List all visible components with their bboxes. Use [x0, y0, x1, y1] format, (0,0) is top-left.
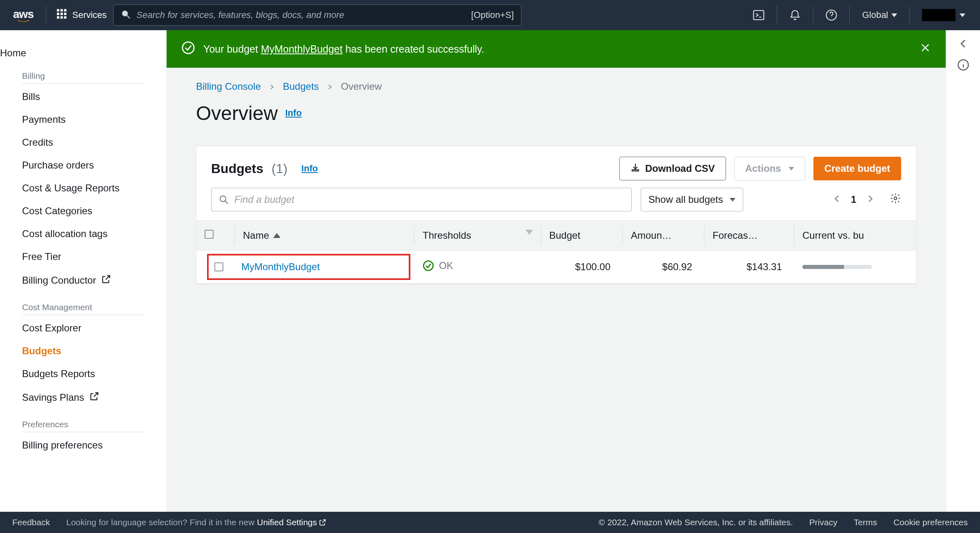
account-menu[interactable] [918, 9, 969, 21]
chevron-down-icon [730, 198, 735, 202]
download-csv-button[interactable]: Download CSV [619, 157, 726, 180]
chevron-right-icon [327, 81, 333, 92]
sidebar-item-payments[interactable]: Payments [22, 108, 144, 131]
select-all-checkbox[interactable] [205, 230, 214, 239]
sidebar-item-budgets[interactable]: Budgets [22, 340, 144, 362]
find-budget-input-wrap[interactable] [211, 188, 632, 211]
services-menu[interactable]: Services [56, 8, 107, 22]
success-check-icon [181, 41, 195, 57]
sidebar-item-cost-usage-reports[interactable]: Cost & Usage Reports [22, 177, 144, 200]
svg-rect-3 [57, 13, 59, 15]
unified-settings-link[interactable]: Unified Settings [257, 517, 327, 527]
main-content: Your budget MyMonthlyBudget has been cre… [167, 30, 946, 512]
next-page-button[interactable] [866, 194, 874, 205]
svg-point-15 [183, 42, 194, 53]
feedback-link[interactable]: Feedback [12, 517, 50, 527]
budget-name-link[interactable]: MyMonthlyBudget [241, 261, 320, 273]
col-thresholds[interactable]: Thresholds [414, 221, 541, 251]
banner-text: Your budget MyMonthlyBudget has been cre… [203, 43, 484, 55]
sidebar-item-bills[interactable]: Bills [22, 85, 144, 108]
help-icon[interactable] [822, 5, 841, 25]
notifications-icon[interactable] [785, 5, 805, 25]
footer-terms[interactable]: Terms [854, 517, 877, 527]
page-title: Overview [196, 102, 278, 124]
footer-copyright: © 2022, Amazon Web Services, Inc. or its… [599, 517, 793, 527]
banner-budget-link[interactable]: MyMonthlyBudget [261, 43, 343, 55]
cell-forecast: $143.31 [704, 251, 794, 284]
svg-point-19 [220, 196, 226, 202]
sidebar-item-cost-categories[interactable]: Cost Categories [22, 200, 144, 222]
pagination: 1 [833, 193, 901, 207]
footer: Feedback Looking for language selection?… [0, 512, 980, 533]
progress-bar [802, 265, 872, 269]
filter-select[interactable]: Show all budgets [641, 188, 743, 211]
global-search[interactable]: [Option+S] [113, 4, 521, 26]
create-budget-button[interactable]: Create budget [813, 157, 901, 180]
sidebar-item-purchase-orders[interactable]: Purchase orders [22, 154, 144, 177]
cell-progress [794, 251, 916, 284]
svg-rect-6 [57, 16, 59, 19]
sidebar-group-billing: Billing [22, 64, 144, 84]
svg-rect-8 [64, 16, 67, 19]
threshold-status: OK [423, 260, 453, 271]
page-number: 1 [851, 194, 856, 205]
chevron-down-icon [891, 13, 897, 17]
top-nav: aws Services [Option+S] Global [0, 0, 980, 30]
svg-line-10 [127, 16, 130, 18]
col-forecast[interactable]: Forecas… [704, 221, 794, 251]
sidebar-item-credits[interactable]: Credits [22, 131, 144, 154]
sidebar: Home Billing Bills Payments Credits Purc… [0, 30, 167, 512]
sidebar-item-billing-preferences[interactable]: Billing preferences [22, 434, 144, 457]
help-rail [946, 30, 980, 512]
breadcrumb-current: Overview [341, 81, 382, 92]
actions-button[interactable]: Actions [734, 157, 805, 180]
sort-asc-icon [273, 233, 281, 238]
footer-privacy[interactable]: Privacy [809, 517, 837, 527]
cell-budget: $100.00 [541, 251, 623, 284]
services-label: Services [72, 10, 107, 20]
chevron-down-icon [788, 167, 794, 171]
svg-point-21 [894, 197, 897, 200]
card-info-link[interactable]: Info [301, 163, 318, 174]
cloudshell-icon[interactable] [749, 5, 768, 25]
find-budget-input[interactable] [234, 194, 624, 205]
breadcrumb-budgets[interactable]: Budgets [283, 81, 319, 92]
prev-page-button[interactable] [833, 194, 841, 205]
sidebar-item-free-tier[interactable]: Free Tier [22, 245, 144, 268]
search-icon [121, 9, 131, 21]
col-current[interactable]: Current vs. bu [794, 221, 916, 251]
search-input[interactable] [136, 10, 465, 20]
sidebar-item-cost-explorer[interactable]: Cost Explorer [22, 317, 144, 340]
table-settings-button[interactable] [890, 193, 901, 207]
breadcrumb-root[interactable]: Billing Console [196, 81, 261, 92]
svg-rect-7 [60, 16, 63, 19]
banner-close-button[interactable] [920, 42, 931, 56]
sidebar-item-home[interactable]: Home [0, 42, 166, 64]
sidebar-item-budgets-reports[interactable]: Budgets Reports [22, 362, 144, 385]
footer-cookies[interactable]: Cookie preferences [893, 517, 968, 527]
page-info-link[interactable]: Info [285, 108, 302, 118]
external-link-icon [89, 391, 100, 404]
svg-line-20 [225, 201, 228, 204]
svg-rect-5 [64, 13, 67, 15]
table-row: MyMonthlyBudget OK $100.00 [196, 251, 916, 284]
aws-logo[interactable]: aws [11, 8, 36, 22]
collapse-help-button[interactable] [957, 38, 969, 51]
svg-rect-2 [64, 9, 67, 11]
col-name[interactable]: Name [235, 221, 414, 251]
sidebar-item-savings-plans[interactable]: Savings Plans [22, 385, 144, 410]
svg-rect-18 [632, 170, 639, 171]
cell-amount: $60.92 [623, 251, 704, 284]
row-checkbox[interactable] [214, 262, 223, 271]
region-selector[interactable]: Global [858, 10, 901, 20]
col-budget[interactable]: Budget [541, 221, 623, 251]
sidebar-item-billing-conductor[interactable]: Billing Conductor [22, 268, 144, 293]
sidebar-group-preferences: Preferences [22, 413, 144, 432]
card-title: Budgets [211, 161, 263, 176]
sidebar-item-cost-allocation-tags[interactable]: Cost allocation tags [22, 222, 144, 245]
info-icon[interactable] [957, 59, 969, 73]
chevron-right-icon [269, 81, 275, 92]
svg-point-22 [423, 261, 433, 270]
svg-rect-4 [60, 13, 63, 15]
col-amount[interactable]: Amoun… [623, 221, 704, 251]
